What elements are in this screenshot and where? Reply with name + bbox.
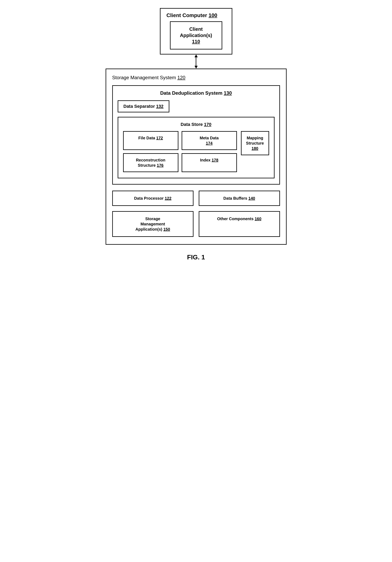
data-processor-label: Data Processor 122 — [134, 196, 172, 200]
storage-management-app-label: StorageManagementApplication(s) 150 — [135, 217, 170, 232]
bidirectional-arrow — [196, 55, 196, 69]
fig-label: FIG. 1 — [187, 254, 205, 261]
reconstruction-structure-box: ReconstructionStructure 176 — [123, 153, 178, 172]
other-components-label: Other Components 160 — [217, 217, 261, 221]
reconstruction-structure-number: 176 — [157, 163, 164, 167]
meta-data-number: 174 — [206, 141, 212, 145]
storage-management-app-number: 150 — [163, 227, 170, 232]
arrow-line — [196, 57, 196, 67]
meta-data-box: Meta Data174 — [182, 131, 237, 150]
data-store-right: MappingStructure180 — [241, 131, 269, 155]
sms-label: Storage Management System 120 — [112, 75, 280, 81]
index-label: Index 178 — [200, 158, 218, 162]
data-separator-number: 132 — [156, 104, 164, 109]
storage-management-app-box: StorageManagementApplication(s) 150 — [112, 211, 193, 237]
data-store-inner: File Data 172 Meta Data174 Rec — [123, 131, 269, 172]
mapping-structure-label: MappingStructure180 — [246, 136, 264, 151]
data-separator-box: Data Separator 132 — [118, 100, 169, 112]
reconstruction-structure-label: ReconstructionStructure 176 — [136, 158, 166, 167]
index-number: 178 — [212, 158, 218, 162]
mapping-structure-box: MappingStructure180 — [241, 131, 269, 155]
other-components-number: 160 — [255, 217, 261, 221]
data-processor-box: Data Processor 122 — [112, 191, 193, 206]
data-buffers-box: Data Buffers 140 — [199, 191, 280, 206]
index-box: Index 178 — [182, 153, 237, 172]
data-store-box: Data Store 170 File Data 172 — [118, 117, 274, 178]
file-data-number: 172 — [156, 136, 163, 140]
data-processor-number: 122 — [165, 196, 171, 200]
diagram-container: Client Computer 100 ClientApplication(s)… — [106, 8, 287, 261]
data-store-left: File Data 172 Meta Data174 Rec — [123, 131, 237, 172]
client-app-box: ClientApplication(s) 110 — [170, 21, 222, 49]
sms-number: 120 — [178, 75, 185, 80]
data-separator-label: Data Separator 132 — [123, 104, 164, 109]
data-store-number: 170 — [204, 122, 211, 127]
data-buffers-label: Data Buffers 140 — [224, 196, 255, 200]
client-app-number: 110 — [192, 39, 200, 44]
meta-data-label: Meta Data174 — [200, 136, 219, 145]
data-store-label: Data Store 170 — [123, 122, 269, 127]
file-data-label: File Data 172 — [138, 136, 163, 140]
file-data-box: File Data 172 — [123, 131, 178, 150]
client-computer-number: 100 — [209, 12, 217, 18]
dds-number: 130 — [224, 90, 232, 96]
storage-management-system-box: Storage Management System 120 Data Dedup… — [106, 69, 287, 245]
data-deduplication-system-box: Data Deduplication System 130 Data Separ… — [112, 85, 280, 185]
bottom-grid: Data Processor 122 Data Buffers 140 Stor… — [112, 191, 280, 237]
mapping-structure-number: 180 — [252, 146, 258, 151]
client-computer-box: Client Computer 100 ClientApplication(s)… — [160, 8, 232, 55]
client-computer-label: Client Computer 100 — [166, 12, 217, 19]
client-app-label: ClientApplication(s) 110 — [178, 26, 214, 45]
data-buffers-number: 140 — [248, 196, 255, 200]
dds-label: Data Deduplication System 130 — [118, 90, 274, 96]
other-components-box: Other Components 160 — [199, 211, 280, 237]
